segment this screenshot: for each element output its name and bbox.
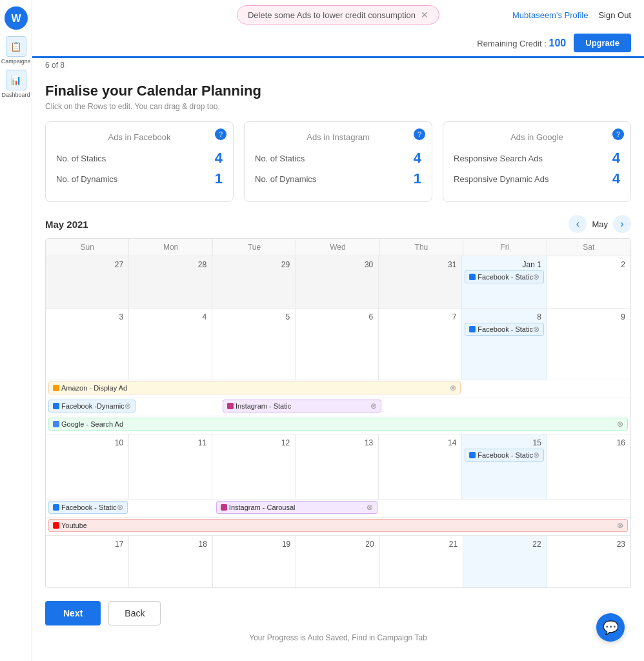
day-may-12[interactable]: 12 <box>212 434 296 499</box>
day-may-8[interactable]: 8 Facebook - Static ⊗ <box>462 309 547 380</box>
stats-row: ? Ads in Facebook No. of Statics 4 No. o… <box>45 121 631 202</box>
day-may-18[interactable]: 18 <box>129 536 212 587</box>
google-dynamic-value: 4 <box>612 170 620 187</box>
day-apr-28[interactable]: 28 <box>129 256 212 308</box>
topbar-right: Mubtaseem's Profile Sign Out <box>512 10 631 20</box>
ad-close-button[interactable]: ⊗ <box>117 503 123 512</box>
instagram-statics-row: No. of Statics 4 <box>255 150 421 167</box>
prev-month-button[interactable]: ‹ <box>569 215 587 233</box>
campaigns-icon: 📋 <box>6 36 26 57</box>
credit-bar: Remaining Credit : 100 Upgrade <box>32 30 644 58</box>
instagram-static-cell[interactable]: Instagram - Static ⊗ <box>220 398 384 416</box>
day-may-20[interactable]: 20 <box>296 536 379 587</box>
next-month-button[interactable]: › <box>613 215 631 233</box>
instagram-dynamics-label: No. of Dynamics <box>255 174 316 184</box>
day-may-11[interactable]: 11 <box>129 434 212 499</box>
day-may-21[interactable]: 21 <box>380 536 463 587</box>
ad-close-button[interactable]: ⊗ <box>617 521 623 530</box>
google-search-cell[interactable]: Google - Search Ad ⊗ <box>46 416 630 434</box>
day-may-9[interactable]: 9 <box>547 309 630 380</box>
day-apr-30[interactable]: 30 <box>296 256 379 308</box>
day-may-16[interactable]: 16 <box>547 434 630 499</box>
day-may-23[interactable]: 23 <box>547 536 630 587</box>
calendar-week-4: 17 18 19 20 21 22 <box>46 535 630 587</box>
google-info-icon[interactable]: ? <box>612 128 624 140</box>
header-sat: Sat <box>547 239 630 256</box>
back-button[interactable]: Back <box>108 601 161 625</box>
ad-close-button[interactable]: ⊗ <box>533 325 539 334</box>
alert-banner: Delete some Ads to lower credit consumpt… <box>237 5 439 25</box>
topbar: Delete some Ads to lower credit consumpt… <box>32 0 644 30</box>
ad-close-button[interactable]: ⊗ <box>617 420 623 429</box>
facebook-info-icon[interactable]: ? <box>215 128 226 140</box>
instagram-stat-card: ? Ads in Instagram No. of Statics 4 No. … <box>244 121 432 202</box>
instagram-carousal-cell[interactable]: Instagram - Carousal ⊗ <box>214 500 380 517</box>
day-may-4[interactable]: 4 <box>129 309 212 380</box>
google-search-label: Responsive Search Ads <box>454 154 543 163</box>
fb-dynamic-cell[interactable]: Facebook -Dynamic ⊗ <box>46 398 138 416</box>
signout-link[interactable]: Sign Out <box>598 10 631 20</box>
amazon-icon <box>53 385 59 391</box>
ad-close-button[interactable]: ⊗ <box>450 383 456 392</box>
day-may-6[interactable]: 6 <box>296 309 379 380</box>
upgrade-button[interactable]: Upgrade <box>574 34 631 52</box>
day-may-13[interactable]: 13 <box>296 434 379 499</box>
facebook-dynamics-label: No. of Dynamics <box>56 174 117 184</box>
day-may-7[interactable]: 7 <box>379 309 462 380</box>
logo[interactable]: W <box>5 6 28 30</box>
profile-link[interactable]: Mubtaseem's Profile <box>512 10 588 20</box>
ad-close-button[interactable]: ⊗ <box>125 402 131 411</box>
instagram-icon <box>227 403 234 409</box>
header-fri: Fri <box>463 239 547 256</box>
day-apr-29[interactable]: 29 <box>212 256 296 308</box>
amazon-ad-span[interactable]: Amazon - Display Ad ⊗ <box>46 380 463 398</box>
ad-close-button[interactable]: ⊗ <box>533 272 539 281</box>
day-may-14[interactable]: 14 <box>379 434 462 499</box>
action-buttons: Next Back <box>45 601 631 625</box>
ad-close-button[interactable]: ⊗ <box>533 451 539 460</box>
next-button[interactable]: Next <box>45 601 101 625</box>
ad-close-button[interactable]: ⊗ <box>370 402 377 411</box>
day-jan-1[interactable]: Jan 1 Facebook - Static ⊗ <box>462 256 547 308</box>
day-may-3[interactable]: 3 <box>46 309 129 380</box>
alert-message: Delete some Ads to lower credit consumpt… <box>248 10 416 20</box>
alert-close-button[interactable]: ✕ <box>421 10 428 20</box>
day-may-19[interactable]: 19 <box>213 536 296 587</box>
credit-text: Remaining Credit : 100 <box>477 37 566 49</box>
instagram-info-icon[interactable]: ? <box>414 128 425 140</box>
header-wed: Wed <box>296 239 379 256</box>
facebook-icon <box>53 504 59 511</box>
day-may-2[interactable]: 2 <box>547 256 630 308</box>
day-may-5[interactable]: 5 <box>212 309 296 380</box>
ad-close-button[interactable]: ⊗ <box>367 503 373 512</box>
youtube-cell[interactable]: Youtube ⊗ <box>46 518 630 535</box>
svg-text:W: W <box>11 13 21 24</box>
sidebar: W 📋 Campaigns 📊 Dashboard <box>0 0 32 653</box>
fb-static-may10[interactable]: Facebook - Static ⊗ <box>46 500 130 517</box>
week3-ads-row2: Youtube ⊗ <box>46 517 630 535</box>
chat-icon: 💬 <box>603 620 619 635</box>
google-search-row: Responsive Search Ads 4 <box>454 150 620 167</box>
day-may-10[interactable]: 10 <box>46 434 129 499</box>
facebook-dynamics-value: 1 <box>215 170 223 187</box>
credit-value: 100 <box>549 37 567 48</box>
week2-spanning-ads: Amazon - Display Ad ⊗ <box>46 380 630 398</box>
day-apr-27[interactable]: 27 <box>46 256 129 308</box>
page-content: Finalise your Calendar Planning Click on… <box>32 72 644 653</box>
day-may-22[interactable]: 22 <box>463 536 547 587</box>
main-content: Delete some Ads to lower credit consumpt… <box>32 0 644 653</box>
ad-facebook-static-may8[interactable]: Facebook - Static ⊗ <box>465 323 544 336</box>
facebook-icon <box>469 326 476 332</box>
sidebar-item-dashboard[interactable]: 📊 Dashboard <box>1 70 30 98</box>
calendar-month-year: May 2021 <box>45 219 88 230</box>
week2-ads-row2: Facebook -Dynamic ⊗ Instagram - Static ⊗ <box>46 398 630 416</box>
ad-facebook-static-jan1[interactable]: Facebook - Static ⊗ <box>465 270 544 283</box>
sidebar-item-campaigns[interactable]: 📋 Campaigns <box>1 36 31 65</box>
ad-facebook-static-may15[interactable]: Facebook - Static ⊗ <box>465 449 544 462</box>
dashboard-icon: 📊 <box>6 70 26 90</box>
day-may-17[interactable]: 17 <box>46 536 129 587</box>
day-may-15[interactable]: 15 Facebook - Static ⊗ <box>462 434 547 499</box>
chat-bubble-button[interactable]: 💬 <box>596 613 625 642</box>
month-nav-label: May <box>592 219 608 229</box>
day-apr-31[interactable]: 31 <box>379 256 462 308</box>
